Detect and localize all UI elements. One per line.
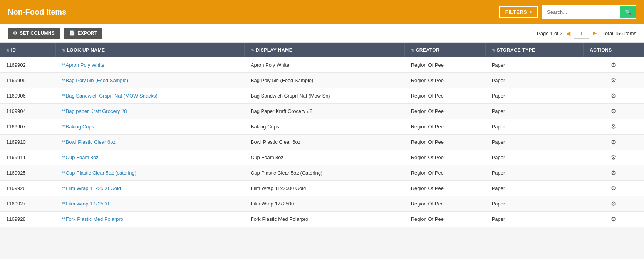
page-next-button[interactable]: ►|: [592, 30, 600, 37]
chevron-down-icon: ▾: [530, 10, 532, 14]
action-gear-button[interactable]: ⚙: [611, 108, 616, 115]
cell-storage: Paper: [486, 104, 584, 119]
lookup-link[interactable]: **Film Wrap 17x2500: [62, 201, 109, 207]
cell-creator: Region Of Peel: [405, 119, 486, 135]
cell-display: Apron Poly White: [245, 57, 405, 73]
action-gear-button[interactable]: ⚙: [611, 215, 616, 223]
cell-display: Bag Sandwich Grsprf Nat (Mow Sn): [245, 88, 405, 104]
header-right: FILTERS ▾ 🔍: [499, 5, 636, 19]
cell-storage: Paper: [486, 196, 584, 212]
export-button[interactable]: 📄 EXPORT: [64, 28, 102, 39]
cell-id: 1169928: [0, 212, 55, 227]
lookup-link[interactable]: **Fork Plastic Med Polarpro: [62, 216, 123, 222]
sort-icon-creator: ⇅: [411, 48, 414, 52]
cell-storage: Paper: [486, 57, 584, 73]
cell-actions: ⚙: [584, 212, 644, 227]
search-button[interactable]: 🔍: [620, 6, 636, 18]
lookup-link[interactable]: **Bowl Plastic Clear 6oz: [62, 139, 115, 145]
cell-creator: Region Of Peel: [405, 181, 486, 196]
cell-display: Film Wrap 11x2500 Gold: [245, 181, 405, 196]
cell-actions: ⚙: [584, 135, 644, 150]
gear-icon: ⚙: [611, 77, 616, 84]
cell-storage: Paper: [486, 119, 584, 135]
action-gear-button[interactable]: ⚙: [611, 154, 616, 161]
table-row: 1169926**Film Wrap 11x2500 GoldFilm Wrap…: [0, 181, 644, 196]
table-row: 1169905**Bag Poly 5lb (Food Sample)Bag P…: [0, 73, 644, 88]
cell-lookup: **Bowl Plastic Clear 6oz: [55, 135, 244, 150]
cell-actions: ⚙: [584, 150, 644, 165]
cell-storage: Paper: [486, 73, 584, 88]
lookup-link[interactable]: **Bag Sandwich Grsprf Nat (MOW Snacks): [62, 93, 158, 99]
cell-lookup: **Baking Cups: [55, 119, 244, 135]
action-gear-button[interactable]: ⚙: [611, 200, 616, 207]
lookup-link[interactable]: **Cup Foam 8oz: [62, 155, 98, 160]
gear-icon: ⚙: [611, 185, 616, 192]
col-header-display[interactable]: ⇅DISPLAY NAME: [245, 43, 405, 57]
table-container: ⇅ID ⇅LOOK UP NAME ⇅DISPLAY NAME ⇅CREATOR…: [0, 43, 644, 227]
cell-lookup: **Bag Poly 5lb (Food Sample): [55, 73, 244, 88]
cell-creator: Region Of Peel: [405, 150, 486, 165]
page-number-input[interactable]: [574, 28, 589, 39]
cell-creator: Region Of Peel: [405, 88, 486, 104]
lookup-link[interactable]: **Bag Poly 5lb (Food Sample): [62, 77, 128, 83]
gear-icon: ⚙: [611, 200, 616, 207]
page-prev-button[interactable]: ◀: [566, 30, 570, 37]
cell-creator: Region Of Peel: [405, 104, 486, 119]
cell-id: 1169907: [0, 119, 55, 135]
cell-id: 1169906: [0, 88, 55, 104]
table-row: 1169928**Fork Plastic Med PolarproFork P…: [0, 212, 644, 227]
col-header-actions: ACTIONS: [584, 43, 644, 57]
col-header-lookup[interactable]: ⇅LOOK UP NAME: [55, 43, 244, 57]
action-gear-button[interactable]: ⚙: [611, 61, 616, 69]
lookup-link[interactable]: **Bag paper Kraft Grocery #8: [62, 108, 127, 114]
cell-lookup: **Film Wrap 17x2500: [55, 196, 244, 212]
cell-actions: ⚙: [584, 196, 644, 212]
cell-id: 1169926: [0, 181, 55, 196]
table-row: 1169910**Bowl Plastic Clear 6ozBowl Plas…: [0, 135, 644, 150]
search-input[interactable]: [543, 6, 620, 18]
lookup-link[interactable]: **Film Wrap 11x2500 Gold: [62, 185, 121, 191]
cell-lookup: **Cup Foam 8oz: [55, 150, 244, 165]
cell-display: Fork Plastic Med Polarpro: [245, 212, 405, 227]
table-header: ⇅ID ⇅LOOK UP NAME ⇅DISPLAY NAME ⇅CREATOR…: [0, 43, 644, 57]
gear-icon: ⚙: [611, 123, 616, 130]
action-gear-button[interactable]: ⚙: [611, 77, 616, 84]
action-gear-button[interactable]: ⚙: [611, 169, 616, 177]
cell-id: 1169905: [0, 73, 55, 88]
col-header-creator[interactable]: ⇅CREATOR: [405, 43, 486, 57]
sort-icon-display: ⇅: [251, 48, 254, 52]
action-gear-button[interactable]: ⚙: [611, 138, 616, 146]
cell-actions: ⚙: [584, 57, 644, 73]
action-gear-button[interactable]: ⚙: [611, 185, 616, 192]
cell-creator: Region Of Peel: [405, 212, 486, 227]
table-row: 1169911**Cup Foam 8ozCup Foam 8ozRegion …: [0, 150, 644, 165]
lookup-link[interactable]: **Baking Cups: [62, 124, 94, 130]
gear-icon: ⚙: [611, 139, 616, 145]
page-info: Page 1 of 2: [537, 30, 563, 36]
app-header: Non-Food Items FILTERS ▾ 🔍: [0, 0, 644, 24]
action-gear-button[interactable]: ⚙: [611, 123, 616, 130]
toolbar: ⚙ SET COLUMNS 📄 EXPORT Page 1 of 2 ◀ ►| …: [0, 24, 644, 43]
cell-creator: Region Of Peel: [405, 73, 486, 88]
lookup-link[interactable]: **Cup Plastic Clear 5oz (catering): [62, 170, 136, 176]
cell-lookup: **Bag paper Kraft Grocery #8: [55, 104, 244, 119]
cell-lookup: **Apron Poly White: [55, 57, 244, 73]
action-gear-button[interactable]: ⚙: [611, 92, 616, 99]
table-row: 1169906**Bag Sandwich Grsprf Nat (MOW Sn…: [0, 88, 644, 104]
cell-storage: Paper: [486, 212, 584, 227]
page-title: Non-Food Items: [8, 8, 66, 17]
toolbar-right: Page 1 of 2 ◀ ►| Total 156 items: [537, 28, 636, 39]
col-header-id[interactable]: ⇅ID: [0, 43, 55, 57]
cell-storage: Paper: [486, 88, 584, 104]
cell-id: 1169902: [0, 57, 55, 73]
col-header-storage[interactable]: ⇅STORAGE TYPE: [486, 43, 584, 57]
sort-icon-storage: ⇅: [492, 48, 495, 52]
filters-button[interactable]: FILTERS ▾: [499, 6, 538, 18]
cell-display: Cup Foam 8oz: [245, 150, 405, 165]
toolbar-left: ⚙ SET COLUMNS 📄 EXPORT: [8, 28, 102, 39]
cell-id: 1169925: [0, 165, 55, 181]
gear-icon: ⚙: [611, 62, 616, 68]
cell-id: 1169911: [0, 150, 55, 165]
lookup-link[interactable]: **Apron Poly White: [62, 62, 104, 68]
set-columns-button[interactable]: ⚙ SET COLUMNS: [8, 28, 60, 39]
